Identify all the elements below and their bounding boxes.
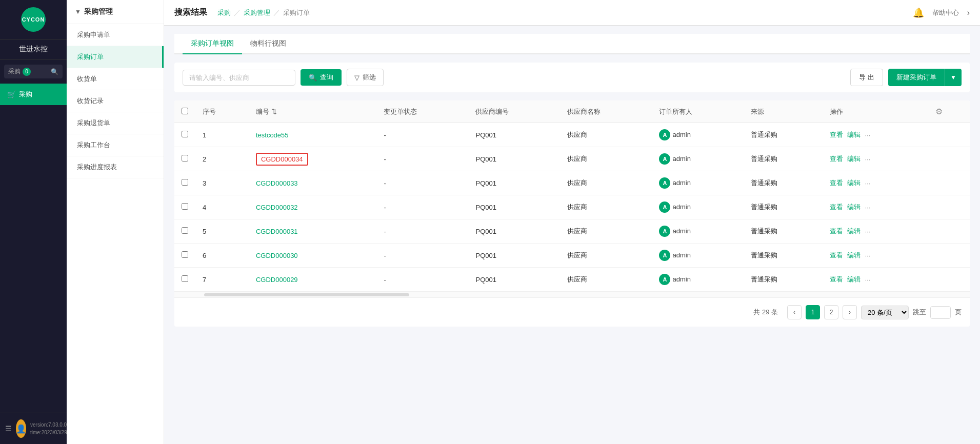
select-all-checkbox[interactable] xyxy=(182,108,188,114)
table-row: 2 CGDD000034 - PQ001 供应商 Aadmin 普通采购 xyxy=(174,147,970,171)
row-seq-1: 1 xyxy=(195,123,249,147)
order-code-link-1[interactable]: testcode55 xyxy=(256,131,289,139)
more-action-3[interactable]: ··· xyxy=(865,179,870,187)
export-button[interactable]: 导 出 xyxy=(850,69,883,86)
edit-action-3[interactable]: 编辑 xyxy=(847,178,861,188)
more-action-2[interactable]: ··· xyxy=(865,155,870,163)
row-change-1: - xyxy=(376,123,468,147)
sidebar-nav-purchase[interactable]: 🛒 采购 xyxy=(0,84,67,105)
page-1-button[interactable]: 1 xyxy=(806,305,820,319)
more-action-4[interactable]: ··· xyxy=(865,204,870,211)
row-change-6: - xyxy=(376,244,468,268)
sidebar: CYCON 世进水控 采购 0 🔍 🛒 采购 ☰ 👤 version:7.03.… xyxy=(0,0,67,444)
admin-avatar-5: A xyxy=(659,226,670,237)
collapse-arrow-icon[interactable]: › xyxy=(967,8,970,17)
settings-icon[interactable]: ⚙ xyxy=(935,107,943,116)
row-checkbox-3[interactable] xyxy=(182,179,188,186)
row-supplier-name-2: 供应商 xyxy=(560,147,652,171)
sidebar-item-return[interactable]: 采购退货单 xyxy=(67,112,164,134)
edit-action-4[interactable]: 编辑 xyxy=(847,203,861,212)
row-source-1: 普通采购 xyxy=(744,123,823,147)
horizontal-scrollbar[interactable] xyxy=(174,292,970,297)
more-action-5[interactable]: ··· xyxy=(865,228,870,235)
order-code-link-2[interactable]: CGDD000034 xyxy=(256,153,308,166)
order-code-link-5[interactable]: CGDD000031 xyxy=(256,228,298,235)
prev-page-button[interactable]: ‹ xyxy=(787,305,802,319)
order-code-link-7[interactable]: CGDD000029 xyxy=(256,276,298,284)
page-size-select[interactable]: 20 条/页 50 条/页 100 条/页 xyxy=(861,306,909,319)
more-action-1[interactable]: ··· xyxy=(865,131,870,139)
page-2-button[interactable]: 2 xyxy=(824,305,838,319)
search-button[interactable]: 🔍 查询 xyxy=(301,69,342,86)
view-action-5[interactable]: 查看 xyxy=(830,227,843,236)
order-code-link-4[interactable]: CGDD000032 xyxy=(256,204,298,211)
sidebar-item-purchase-order[interactable]: 采购订单 xyxy=(67,46,164,68)
view-action-3[interactable]: 查看 xyxy=(830,178,843,188)
breadcrumb-sep1: ／ xyxy=(234,8,241,17)
edit-action-2[interactable]: 编辑 xyxy=(847,154,861,164)
breadcrumb: 采购 ／ 采购管理 ／ 采购订单 xyxy=(217,8,903,17)
search-input[interactable] xyxy=(183,70,295,86)
row-actions-4: 查看 编辑 ··· xyxy=(823,195,928,219)
row-supplier-name-5: 供应商 xyxy=(560,219,652,244)
page-unit: 页 xyxy=(955,308,962,317)
sidebar-item-progress[interactable]: 采购进度报表 xyxy=(67,156,164,178)
table-row: 5 CGDD000031 - PQ001 供应商 Aadmin 普通采购 xyxy=(174,219,970,244)
sidebar-item-workbench[interactable]: 采购工作台 xyxy=(67,134,164,156)
help-center-link[interactable]: 帮助中心 xyxy=(932,8,959,17)
new-order-button[interactable]: 新建采购订单 xyxy=(888,69,945,86)
view-action-7[interactable]: 查看 xyxy=(830,275,843,284)
order-code-link-3[interactable]: CGDD000033 xyxy=(256,179,298,187)
view-action-1[interactable]: 查看 xyxy=(830,130,843,139)
sidebar-item-receipt[interactable]: 收货单 xyxy=(67,68,164,90)
sidebar-search-bar[interactable]: 采购 0 🔍 xyxy=(4,65,63,78)
sidebar-logo: CYCON xyxy=(0,0,67,39)
tab-order-view[interactable]: 采购订单视图 xyxy=(183,34,242,54)
order-code-link-6[interactable]: CGDD000030 xyxy=(256,252,298,259)
row-owner-5: Aadmin xyxy=(652,219,744,244)
sidebar-nav-label: 采购 xyxy=(19,90,32,99)
sidebar-item-purchase-request[interactable]: 采购申请单 xyxy=(67,24,164,46)
notification-bell-icon[interactable]: 🔔 xyxy=(913,7,924,18)
view-action-4[interactable]: 查看 xyxy=(830,203,843,212)
table-row: 1 testcode55 - PQ001 供应商 Aadmin 普通采购 xyxy=(174,123,970,147)
edit-action-6[interactable]: 编辑 xyxy=(847,251,861,260)
breadcrumb-management[interactable]: 采购管理 xyxy=(244,8,270,17)
company-name: 世进水控 xyxy=(0,39,67,59)
breadcrumb-current: 采购订单 xyxy=(283,8,310,17)
view-action-2[interactable]: 查看 xyxy=(830,154,843,164)
sidebar-item-receipt-record[interactable]: 收货记录 xyxy=(67,90,164,112)
goto-label: 跳至 xyxy=(913,308,926,317)
more-action-7[interactable]: ··· xyxy=(865,276,870,284)
goto-page-input[interactable] xyxy=(930,306,951,319)
sidebar-search-icon[interactable]: 🔍 xyxy=(51,68,58,75)
tab-material-view[interactable]: 物料行视图 xyxy=(242,34,294,54)
row-checkbox-4[interactable] xyxy=(182,203,188,210)
row-checkbox-7[interactable] xyxy=(182,275,188,282)
breadcrumb-purchase[interactable]: 采购 xyxy=(217,8,231,17)
edit-action-7[interactable]: 编辑 xyxy=(847,275,861,284)
row-checkbox-5[interactable] xyxy=(182,227,188,234)
row-supplier-name-1: 供应商 xyxy=(560,123,652,147)
row-source-7: 普通采购 xyxy=(744,268,823,292)
chevron-down-icon: ▼ xyxy=(75,8,81,15)
purchase-icon: 🛒 xyxy=(7,90,16,98)
more-action-6[interactable]: ··· xyxy=(865,252,870,259)
filter-button[interactable]: ▽ 筛选 xyxy=(347,69,384,86)
edit-action-5[interactable]: 编辑 xyxy=(847,227,861,236)
row-seq-4: 4 xyxy=(195,195,249,219)
scroll-thumb[interactable] xyxy=(204,293,409,296)
row-checkbox-1[interactable] xyxy=(182,131,188,137)
row-seq-2: 2 xyxy=(195,147,249,171)
main-content: 搜索结果 采购 ／ 采购管理 ／ 采购订单 🔔 帮助中心 › 采购订单视图 物料… xyxy=(164,0,980,444)
row-supplier-code-2: PQ001 xyxy=(468,147,560,171)
row-owner-7: Aadmin xyxy=(652,268,744,292)
new-order-dropdown-arrow[interactable]: ▼ xyxy=(945,69,962,86)
next-page-button[interactable]: › xyxy=(843,305,857,319)
view-action-6[interactable]: 查看 xyxy=(830,251,843,260)
admin-avatar-3: A xyxy=(659,177,670,189)
row-checkbox-6[interactable] xyxy=(182,251,188,258)
col-code[interactable]: 编号 ⇅ xyxy=(249,100,377,123)
row-checkbox-2[interactable] xyxy=(182,155,188,162)
edit-action-1[interactable]: 编辑 xyxy=(847,130,861,139)
